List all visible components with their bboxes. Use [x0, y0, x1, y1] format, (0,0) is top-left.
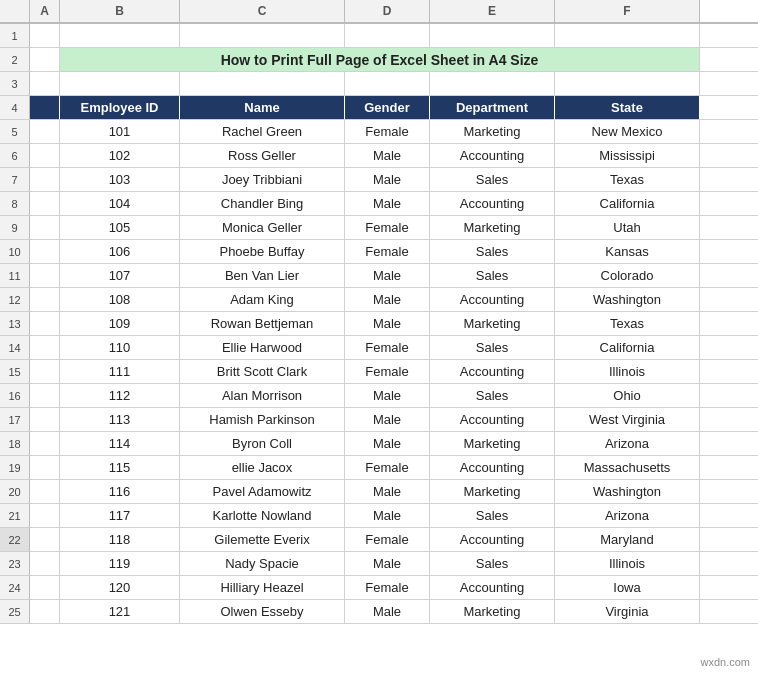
cell-b[interactable]: 116	[60, 480, 180, 503]
grid-row[interactable]: 19115ellie JacoxFemaleAccountingMassachu…	[0, 456, 758, 480]
cell-f[interactable]: Arizona	[555, 432, 700, 455]
cell-f[interactable]: Kansas	[555, 240, 700, 263]
cell-a[interactable]	[30, 432, 60, 455]
cell-b[interactable]	[60, 72, 180, 95]
cell-d[interactable]: Male	[345, 504, 430, 527]
cell-f[interactable]: Washington	[555, 480, 700, 503]
cell-c[interactable]: Gilemette Everix	[180, 528, 345, 551]
cell-c[interactable]: Ross Geller	[180, 144, 345, 167]
cell-b[interactable]: Employee ID	[60, 96, 180, 119]
cell-c[interactable]: Nady Spacie	[180, 552, 345, 575]
cell-d[interactable]	[345, 24, 430, 47]
cell-e[interactable]: Sales	[430, 264, 555, 287]
grid-row[interactable]: 4Employee IDNameGenderDepartmentState	[0, 96, 758, 120]
cell-a[interactable]	[30, 240, 60, 263]
cell-e[interactable]	[430, 72, 555, 95]
cell-d[interactable]: Female	[345, 456, 430, 479]
cell-a[interactable]	[30, 24, 60, 47]
cell-c[interactable]: Ellie Harwood	[180, 336, 345, 359]
cell-a[interactable]	[30, 48, 60, 71]
grid-row[interactable]: 17113Hamish ParkinsonMaleAccountingWest …	[0, 408, 758, 432]
cell-a[interactable]	[30, 336, 60, 359]
cell-e[interactable]: Marketing	[430, 120, 555, 143]
cell-b[interactable]: 109	[60, 312, 180, 335]
cell-c[interactable]	[180, 24, 345, 47]
cell-f[interactable]: Maryland	[555, 528, 700, 551]
cell-b[interactable]: 117	[60, 504, 180, 527]
col-a-header[interactable]: A	[30, 0, 60, 22]
cell-d[interactable]: Male	[345, 600, 430, 623]
cell-a[interactable]	[30, 576, 60, 599]
cell-b[interactable]: 110	[60, 336, 180, 359]
cell-f[interactable]: Utah	[555, 216, 700, 239]
cell-e[interactable]: Sales	[430, 504, 555, 527]
cell-b[interactable]: 113	[60, 408, 180, 431]
cell-b[interactable]: 114	[60, 432, 180, 455]
cell-a[interactable]	[30, 408, 60, 431]
cell-b[interactable]: 106	[60, 240, 180, 263]
cell-f[interactable]: Colorado	[555, 264, 700, 287]
cell-a[interactable]	[30, 384, 60, 407]
cell-e[interactable]: Marketing	[430, 312, 555, 335]
cell-e[interactable]: Marketing	[430, 432, 555, 455]
cell-d[interactable]: Female	[345, 576, 430, 599]
grid-row[interactable]: 14110Ellie HarwoodFemaleSalesCalifornia	[0, 336, 758, 360]
cell-d[interactable]: Male	[345, 192, 430, 215]
cell-e[interactable]: Accounting	[430, 456, 555, 479]
grid-row[interactable]: 15111Britt Scott ClarkFemaleAccountingIl…	[0, 360, 758, 384]
cell-e[interactable]: Sales	[430, 240, 555, 263]
grid-row[interactable]: 13109Rowan BettjemanMaleMarketingTexas	[0, 312, 758, 336]
cell-e[interactable]: Accounting	[430, 360, 555, 383]
cell-a[interactable]	[30, 120, 60, 143]
cell-b[interactable]: 107	[60, 264, 180, 287]
cell-f[interactable]: Massachusetts	[555, 456, 700, 479]
cell-b[interactable]: 119	[60, 552, 180, 575]
cell-a[interactable]	[30, 264, 60, 287]
cell-c[interactable]: Phoebe Buffay	[180, 240, 345, 263]
cell-d[interactable]	[345, 72, 430, 95]
cell-e[interactable]: Marketing	[430, 216, 555, 239]
grid-row[interactable]: 6102Ross GellerMaleAccountingMississipi	[0, 144, 758, 168]
cell-e[interactable]: Accounting	[430, 528, 555, 551]
grid-row[interactable]: 12108Adam KingMaleAccountingWashington	[0, 288, 758, 312]
cell-a[interactable]	[30, 288, 60, 311]
cell-e[interactable]: Department	[430, 96, 555, 119]
cell-c[interactable]: Pavel Adamowitz	[180, 480, 345, 503]
cell-e[interactable]: Accounting	[430, 144, 555, 167]
cell-e[interactable]: Sales	[430, 552, 555, 575]
cell-b[interactable]: 111	[60, 360, 180, 383]
cell-b[interactable]: 118	[60, 528, 180, 551]
cell-d[interactable]: Gender	[345, 96, 430, 119]
cell-c[interactable]: Rachel Green	[180, 120, 345, 143]
cell-c[interactable]: Hamish Parkinson	[180, 408, 345, 431]
cell-d[interactable]: Male	[345, 168, 430, 191]
cell-f[interactable]	[555, 24, 700, 47]
cell-a[interactable]	[30, 192, 60, 215]
grid-row[interactable]: 25121Olwen EssebyMaleMarketingVirginia	[0, 600, 758, 624]
cell-c[interactable]: Monica Geller	[180, 216, 345, 239]
cell-d[interactable]: Male	[345, 312, 430, 335]
cell-b[interactable]: 108	[60, 288, 180, 311]
cell-d[interactable]: Male	[345, 264, 430, 287]
cell-c[interactable]: Hilliary Heazel	[180, 576, 345, 599]
cell-d[interactable]: Male	[345, 432, 430, 455]
cell-c[interactable]: Britt Scott Clark	[180, 360, 345, 383]
cell-f[interactable]: Illinois	[555, 360, 700, 383]
cell-b[interactable]: 103	[60, 168, 180, 191]
cell-a[interactable]	[30, 480, 60, 503]
cell-d[interactable]: Male	[345, 288, 430, 311]
cell-b[interactable]: 115	[60, 456, 180, 479]
cell-c[interactable]: Olwen Esseby	[180, 600, 345, 623]
cell-e[interactable]: Accounting	[430, 408, 555, 431]
cell-f[interactable]: Ohio	[555, 384, 700, 407]
col-e-header[interactable]: E	[430, 0, 555, 22]
cell-b[interactable]: 101	[60, 120, 180, 143]
cell-e[interactable]: Sales	[430, 336, 555, 359]
cell-a[interactable]	[30, 552, 60, 575]
cell-d[interactable]: Male	[345, 144, 430, 167]
cell-d[interactable]: Male	[345, 408, 430, 431]
cell-a[interactable]	[30, 144, 60, 167]
grid-row[interactable]: 18114Byron CollMaleMarketingArizona	[0, 432, 758, 456]
cell-c[interactable]: Byron Coll	[180, 432, 345, 455]
cell-f[interactable]: California	[555, 192, 700, 215]
